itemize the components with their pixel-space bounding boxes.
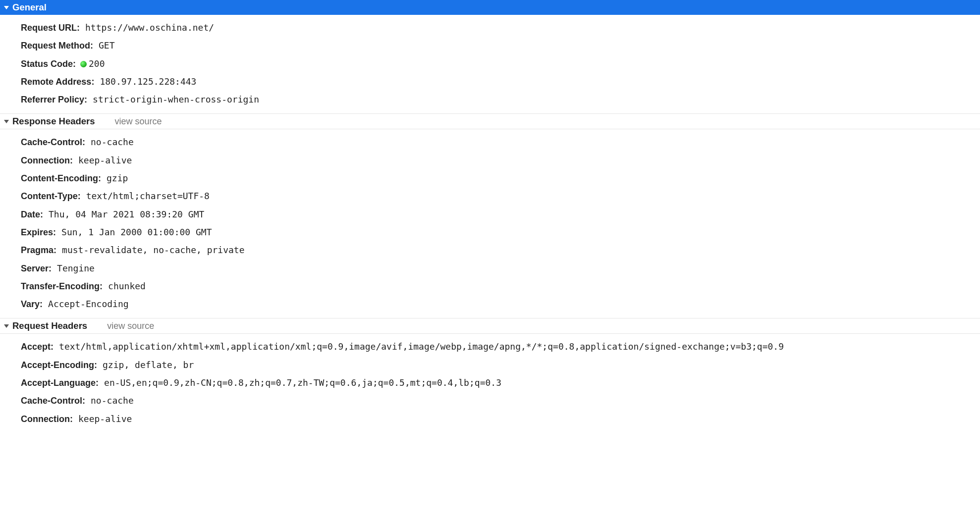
header-label: Accept-Language (21, 378, 96, 388)
view-source-link[interactable]: view source (107, 321, 154, 331)
header-label: Connection (21, 414, 70, 424)
header-value: Sun, 1 Jan 2000 01:00:00 GMT (61, 227, 212, 237)
general-section-header[interactable]: General (0, 0, 980, 15)
header-row: Pragma: must-revalidate, no-cache, priva… (0, 241, 980, 259)
header-value: 180.97.125.228:443 (100, 76, 196, 87)
header-row: Accept: text/html,application/xhtml+xml,… (0, 338, 980, 356)
request-headers-body: Accept: text/html,application/xhtml+xml,… (0, 334, 980, 432)
header-value: keep-alive (78, 155, 132, 165)
header-label: Date (21, 210, 40, 219)
header-label: Expires (21, 227, 53, 237)
header-label: Accept (21, 342, 51, 352)
response-headers-body: Cache-Control: no-cache Connection: keep… (0, 129, 980, 318)
request-headers-title: Request Headers (12, 320, 87, 331)
chevron-down-icon (4, 120, 9, 123)
header-value: strict-origin-when-cross-origin (93, 94, 259, 105)
header-label: Connection (21, 156, 70, 165)
header-value: https://www.oschina.net/ (85, 22, 214, 33)
header-value: must-revalidate, no-cache, private (62, 245, 244, 255)
header-label: Content-Encoding (21, 173, 98, 183)
header-value: 200 (89, 58, 105, 69)
header-row: Cache-Control: no-cache (0, 133, 980, 151)
general-section-title: General (12, 2, 47, 13)
header-row: Cache-Control: no-cache (0, 392, 980, 410)
chevron-down-icon (4, 6, 9, 9)
header-value: gzip, deflate, br (103, 360, 194, 370)
header-label: Pragma (21, 245, 54, 255)
header-row: Status Code: 200 (0, 55, 980, 73)
header-label: Request Method (21, 41, 90, 51)
header-value: chunked (108, 281, 146, 291)
header-label: Referrer Policy (21, 95, 84, 105)
header-row: Accept-Language: en-US,en;q=0.9,zh-CN;q=… (0, 374, 980, 392)
header-value: Tengine (57, 263, 95, 273)
header-label: Content-Type (21, 191, 78, 201)
header-value: GET (99, 40, 115, 51)
header-value: en-US,en;q=0.9,zh-CN;q=0.8,zh;q=0.7,zh-T… (104, 377, 501, 388)
header-row: Transfer-Encoding: chunked (0, 277, 980, 295)
header-row: Vary: Accept-Encoding (0, 295, 980, 313)
header-row: Date: Thu, 04 Mar 2021 08:39:20 GMT (0, 206, 980, 223)
header-row: Accept-Encoding: gzip, deflate, br (0, 356, 980, 374)
header-row: Server: Tengine (0, 260, 980, 277)
header-value: text/html;charset=UTF-8 (86, 191, 210, 201)
header-value: no-cache (91, 395, 134, 406)
header-value: no-cache (91, 137, 134, 147)
header-value: Accept-Encoding (48, 299, 129, 309)
header-row: Expires: Sun, 1 Jan 2000 01:00:00 GMT (0, 223, 980, 241)
view-source-link[interactable]: view source (115, 116, 162, 127)
header-label: Accept-Encoding (21, 360, 94, 370)
header-value: keep-alive (78, 414, 132, 424)
response-headers-section-header[interactable]: Response Headers view source (0, 114, 980, 129)
header-label: Remote Address (21, 77, 91, 87)
header-label: Request URL (21, 23, 77, 33)
header-row: Connection: keep-alive (0, 152, 980, 169)
header-label: Vary (21, 299, 40, 309)
response-headers-title: Response Headers (12, 116, 95, 127)
header-label: Cache-Control (21, 137, 82, 147)
header-value: text/html,application/xhtml+xml,applicat… (59, 341, 784, 352)
header-row: Request Method: GET (0, 37, 980, 54)
chevron-down-icon (4, 324, 9, 328)
header-label: Status Code (21, 59, 73, 69)
general-section-body: Request URL: https://www.oschina.net/ Re… (0, 15, 980, 113)
header-row: Content-Encoding: gzip (0, 169, 980, 187)
header-row: Content-Type: text/html;charset=UTF-8 (0, 187, 980, 205)
header-row: Connection: keep-alive (0, 410, 980, 428)
status-dot-icon (80, 61, 87, 67)
header-row: Referrer Policy: strict-origin-when-cros… (0, 91, 980, 108)
request-headers-section-header[interactable]: Request Headers view source (0, 318, 980, 334)
header-row: Remote Address: 180.97.125.228:443 (0, 73, 980, 91)
header-value: Thu, 04 Mar 2021 08:39:20 GMT (49, 209, 204, 219)
header-label: Transfer-Encoding (21, 281, 100, 291)
header-row: Request URL: https://www.oschina.net/ (0, 19, 980, 37)
header-label: Server (21, 263, 49, 273)
header-label: Cache-Control (21, 396, 82, 406)
header-value: gzip (107, 173, 128, 183)
